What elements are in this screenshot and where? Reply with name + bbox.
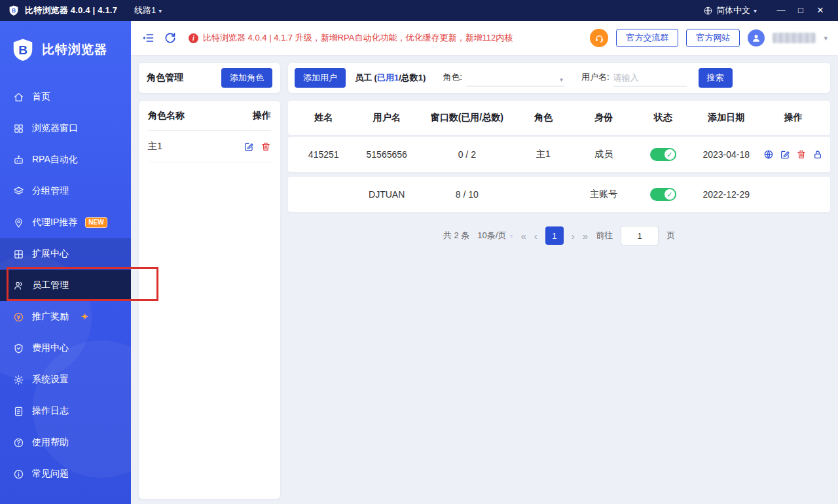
next-page-button[interactable]: › <box>572 231 575 241</box>
customer-service-button[interactable] <box>590 29 608 47</box>
new-badge: NEW <box>85 217 107 228</box>
delete-icon[interactable] <box>796 149 807 160</box>
official-group-button[interactable]: 官方交流群 <box>616 29 678 47</box>
brand-name: 比特浏览器 <box>42 41 107 58</box>
notice-info-icon: i <box>189 33 198 43</box>
sparkle-icon: ✦ <box>81 311 89 323</box>
sidebar-item-staff-management[interactable]: 员工管理 <box>0 270 131 301</box>
chevron-down-icon: ▾ <box>560 76 563 83</box>
language-selector[interactable]: 简体中文 ▾ <box>703 5 757 16</box>
info-icon <box>13 469 24 480</box>
page-size-select[interactable]: 10条/页 ▾ <box>477 230 513 242</box>
main-content: 角色管理 添加角色 角色名称 操作 主1 <box>131 55 838 504</box>
menu-collapse-icon[interactable] <box>141 31 155 45</box>
cell-identity: 主账号 <box>572 177 635 212</box>
sidebar-item-label: 常见问题 <box>32 468 69 480</box>
official-website-button[interactable]: 官方网站 <box>686 29 740 47</box>
cell-identity: 成员 <box>572 137 635 172</box>
cell-username: 51565656 <box>354 137 420 172</box>
prev-page-button[interactable]: ‹ <box>534 231 537 241</box>
col-windows-header: 窗口数(已用/总数) <box>420 101 515 135</box>
sidebar-item-billing-center[interactable]: 费用中心 <box>0 333 131 364</box>
header: i 比特浏览器 4.0.4 | 4.1.7 升级，新增RPA自动化功能，优化缓存… <box>131 21 838 55</box>
username-filter-input[interactable] <box>613 69 687 86</box>
home-icon <box>13 92 24 103</box>
sidebar-item-help[interactable]: 使用帮助 <box>0 427 131 458</box>
shield-icon <box>13 343 24 354</box>
chevron-down-icon: ▾ <box>158 7 162 14</box>
chevron-down-icon[interactable]: ▾ <box>824 34 828 43</box>
cell-date: 2022-12-29 <box>691 177 762 212</box>
add-role-button[interactable]: 添加角色 <box>221 68 272 88</box>
col-action-header: 操作 <box>762 101 825 135</box>
staff-summary: 员工 (已用1/总数1) <box>355 72 426 84</box>
refresh-icon[interactable] <box>164 31 177 45</box>
sidebar-item-label: 推广奖励 <box>32 311 69 323</box>
check-icon: ✓ <box>665 189 675 200</box>
sidebar-item-browser-windows[interactable]: 浏览器窗口 <box>0 113 131 144</box>
role-name: 主1 <box>148 141 162 153</box>
globe-icon[interactable] <box>763 149 774 160</box>
cell-username: DJTUAN <box>354 177 420 212</box>
status-toggle[interactable]: ✓ <box>650 148 676 161</box>
sidebar-item-label: 费用中心 <box>32 342 69 354</box>
brand: B 比特浏览器 <box>0 21 131 63</box>
lock-icon[interactable] <box>812 149 823 160</box>
sidebar-item-label: 员工管理 <box>32 279 69 291</box>
avatar[interactable] <box>748 29 765 46</box>
table-row: DJTUAN 8 / 10 主账号 ✓ 2022-12-29 <box>288 177 830 212</box>
line-selector[interactable]: 线路1 ▾ <box>134 5 162 16</box>
goto-page-input[interactable] <box>621 226 659 245</box>
role-name-column-header: 角色名称 <box>148 110 185 122</box>
sidebar-item-proxy-ip[interactable]: 代理IP推荐 NEW <box>0 207 131 238</box>
close-button[interactable]: ✕ <box>811 0 830 21</box>
cell-name <box>293 177 354 212</box>
gear-icon <box>13 374 24 386</box>
add-user-button[interactable]: 添加用户 <box>295 68 346 88</box>
goto-label: 前往 <box>596 230 613 242</box>
svg-text:B: B <box>18 43 27 57</box>
sidebar-item-rpa[interactable]: RPA自动化 <box>0 144 131 175</box>
role-action-column-header: 操作 <box>253 110 271 122</box>
col-name-header: 姓名 <box>293 101 354 135</box>
maximize-button[interactable]: □ <box>791 0 811 21</box>
sidebar-item-home[interactable]: 首页 <box>0 81 131 113</box>
sidebar-item-promotion-rewards[interactable]: 推广奖励 ✦ <box>0 301 131 333</box>
last-page-button[interactable]: » <box>583 231 588 241</box>
sidebar-item-label: 使用帮助 <box>32 437 69 448</box>
sidebar-item-label: RPA自动化 <box>32 154 78 166</box>
staff-panel-toolbar: 添加用户 员工 (已用1/总数1) 角色: ▾ 用户名: 搜索 <box>288 63 830 93</box>
edit-icon[interactable] <box>780 149 790 160</box>
status-toggle[interactable]: ✓ <box>650 188 676 201</box>
cell-windows: 8 / 10 <box>420 177 515 212</box>
role-filter-select[interactable]: ▾ <box>466 69 564 86</box>
layers-icon <box>13 186 24 197</box>
language-label: 简体中文 <box>716 5 750 16</box>
col-username-header: 用户名 <box>354 101 420 135</box>
sidebar-item-extensions[interactable]: 扩展中心 <box>0 238 131 270</box>
line-label: 线路1 <box>134 5 156 16</box>
sidebar-item-label: 首页 <box>32 91 50 103</box>
current-page-button[interactable]: 1 <box>545 226 564 245</box>
robot-icon <box>13 154 24 166</box>
search-button[interactable]: 搜索 <box>699 68 733 88</box>
first-page-button[interactable]: « <box>520 231 526 241</box>
question-icon <box>13 437 24 448</box>
notice-text: 比特浏览器 4.0.4 | 4.1.7 升级，新增RPA自动化功能，优化缓存更新… <box>203 32 513 44</box>
staff-table-header: 姓名 用户名 窗口数(已用/总数) 角色 身份 状态 添加日期 操作 <box>288 101 830 135</box>
username-redacted <box>773 33 816 43</box>
edit-role-icon[interactable] <box>244 141 254 152</box>
svg-text:B: B <box>12 8 16 14</box>
sidebar-item-system-settings[interactable]: 系统设置 <box>0 364 131 395</box>
app-logo-icon: B <box>8 5 20 16</box>
sidebar-item-groups[interactable]: 分组管理 <box>0 175 131 207</box>
sidebar-item-label: 系统设置 <box>32 374 69 386</box>
delete-role-icon[interactable] <box>261 141 271 152</box>
minimize-button[interactable]: — <box>771 0 791 21</box>
sidebar-item-operation-log[interactable]: 操作日志 <box>0 395 131 427</box>
app-title: 比特浏览器 4.0.4 | 4.1.7 <box>25 5 117 16</box>
sidebar-item-faq[interactable]: 常见问题 <box>0 458 131 490</box>
role-panel-header: 角色管理 添加角色 <box>139 63 280 93</box>
role-panel-title: 角色管理 <box>147 72 183 84</box>
user-icon <box>751 33 761 43</box>
